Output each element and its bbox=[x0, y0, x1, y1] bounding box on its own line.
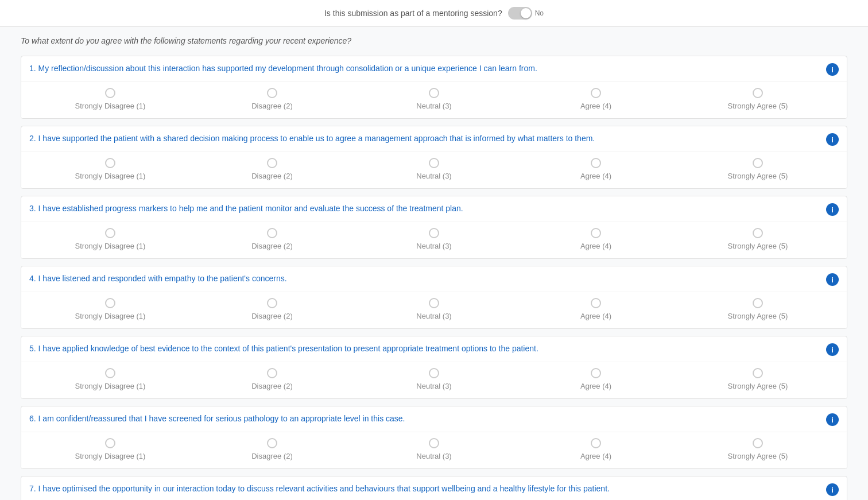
radio-6-2[interactable] bbox=[267, 438, 277, 448]
question-text-4: 4. I have listened and responded with em… bbox=[29, 273, 820, 285]
answer-option-6-1[interactable]: Strongly Disagree (1) bbox=[29, 438, 191, 460]
question-header-3: 3. I have established progress markers t… bbox=[21, 196, 847, 222]
question-header-2: 2. I have supported the patient with a s… bbox=[21, 126, 847, 152]
radio-4-5[interactable] bbox=[753, 298, 763, 308]
info-icon-3[interactable]: i bbox=[826, 203, 839, 216]
question-header-1: 1. My reflection/discussion about this i… bbox=[21, 56, 847, 82]
questions-container: 1. My reflection/discussion about this i… bbox=[21, 56, 847, 500]
answer-label-2-1: Strongly Disagree (1) bbox=[75, 172, 146, 180]
radio-1-2[interactable] bbox=[267, 88, 277, 98]
answer-option-5-3[interactable]: Neutral (3) bbox=[353, 368, 515, 390]
answer-option-1-2[interactable]: Disagree (2) bbox=[191, 88, 353, 110]
radio-3-5[interactable] bbox=[753, 228, 763, 238]
radio-2-5[interactable] bbox=[753, 158, 763, 168]
radio-3-4[interactable] bbox=[591, 228, 601, 238]
answer-row-3: Strongly Disagree (1)Disagree (2)Neutral… bbox=[21, 222, 847, 258]
info-icon-7[interactable]: i bbox=[826, 483, 839, 496]
radio-2-3[interactable] bbox=[429, 158, 439, 168]
answer-label-5-2: Disagree (2) bbox=[251, 382, 293, 390]
answer-option-4-5[interactable]: Strongly Agree (5) bbox=[677, 298, 839, 320]
radio-5-4[interactable] bbox=[591, 368, 601, 378]
answer-label-5-3: Neutral (3) bbox=[416, 382, 451, 390]
answer-row-2: Strongly Disagree (1)Disagree (2)Neutral… bbox=[21, 152, 847, 188]
question-header-4: 4. I have listened and responded with em… bbox=[21, 266, 847, 292]
info-icon-5[interactable]: i bbox=[826, 343, 839, 356]
answer-option-1-4[interactable]: Agree (4) bbox=[515, 88, 677, 110]
radio-2-4[interactable] bbox=[591, 158, 601, 168]
answer-option-6-4[interactable]: Agree (4) bbox=[515, 438, 677, 460]
toggle-text: No bbox=[535, 9, 544, 17]
answer-option-1-5[interactable]: Strongly Agree (5) bbox=[677, 88, 839, 110]
radio-1-3[interactable] bbox=[429, 88, 439, 98]
answer-label-1-1: Strongly Disagree (1) bbox=[75, 102, 146, 110]
answer-option-3-3[interactable]: Neutral (3) bbox=[353, 228, 515, 250]
answer-option-2-3[interactable]: Neutral (3) bbox=[353, 158, 515, 180]
question-header-6: 6. I am confident/reassured that I have … bbox=[21, 406, 847, 432]
info-icon-4[interactable]: i bbox=[826, 273, 839, 286]
answer-option-4-3[interactable]: Neutral (3) bbox=[353, 298, 515, 320]
answer-option-4-1[interactable]: Strongly Disagree (1) bbox=[29, 298, 191, 320]
answer-option-4-2[interactable]: Disagree (2) bbox=[191, 298, 353, 320]
answer-option-5-2[interactable]: Disagree (2) bbox=[191, 368, 353, 390]
answer-option-6-2[interactable]: Disagree (2) bbox=[191, 438, 353, 460]
radio-5-3[interactable] bbox=[429, 368, 439, 378]
mentoring-toggle[interactable] bbox=[508, 7, 532, 20]
radio-4-1[interactable] bbox=[105, 298, 115, 308]
top-bar: Is this submission as part of a mentorin… bbox=[0, 0, 868, 27]
question-text-5: 5. I have applied knowledge of best evid… bbox=[29, 343, 820, 355]
answer-label-4-1: Strongly Disagree (1) bbox=[75, 312, 146, 320]
answer-option-3-1[interactable]: Strongly Disagree (1) bbox=[29, 228, 191, 250]
radio-3-1[interactable] bbox=[105, 228, 115, 238]
answer-option-1-3[interactable]: Neutral (3) bbox=[353, 88, 515, 110]
radio-1-1[interactable] bbox=[105, 88, 115, 98]
question-text-6: 6. I am confident/reassured that I have … bbox=[29, 413, 820, 425]
answer-label-3-3: Neutral (3) bbox=[416, 242, 451, 250]
radio-2-1[interactable] bbox=[105, 158, 115, 168]
answer-option-3-4[interactable]: Agree (4) bbox=[515, 228, 677, 250]
toggle-container[interactable]: No bbox=[508, 7, 544, 20]
radio-4-2[interactable] bbox=[267, 298, 277, 308]
answer-option-4-4[interactable]: Agree (4) bbox=[515, 298, 677, 320]
radio-5-5[interactable] bbox=[753, 368, 763, 378]
radio-3-3[interactable] bbox=[429, 228, 439, 238]
radio-6-5[interactable] bbox=[753, 438, 763, 448]
radio-2-2[interactable] bbox=[267, 158, 277, 168]
answer-option-2-2[interactable]: Disagree (2) bbox=[191, 158, 353, 180]
answer-option-5-5[interactable]: Strongly Agree (5) bbox=[677, 368, 839, 390]
question-text-2: 2. I have supported the patient with a s… bbox=[29, 133, 820, 145]
question-block-5: 5. I have applied knowledge of best evid… bbox=[21, 336, 847, 399]
answer-option-2-5[interactable]: Strongly Agree (5) bbox=[677, 158, 839, 180]
question-text-1: 1. My reflection/discussion about this i… bbox=[29, 63, 820, 75]
radio-4-3[interactable] bbox=[429, 298, 439, 308]
answer-label-2-3: Neutral (3) bbox=[416, 172, 451, 180]
answer-label-6-5: Strongly Agree (5) bbox=[728, 452, 788, 460]
radio-6-1[interactable] bbox=[105, 438, 115, 448]
answer-option-6-3[interactable]: Neutral (3) bbox=[353, 438, 515, 460]
info-icon-2[interactable]: i bbox=[826, 133, 839, 146]
answer-option-1-1[interactable]: Strongly Disagree (1) bbox=[29, 88, 191, 110]
answer-option-6-5[interactable]: Strongly Agree (5) bbox=[677, 438, 839, 460]
radio-5-1[interactable] bbox=[105, 368, 115, 378]
radio-1-4[interactable] bbox=[591, 88, 601, 98]
radio-1-5[interactable] bbox=[753, 88, 763, 98]
answer-label-6-3: Neutral (3) bbox=[416, 452, 451, 460]
answer-label-3-1: Strongly Disagree (1) bbox=[75, 242, 146, 250]
answer-option-3-2[interactable]: Disagree (2) bbox=[191, 228, 353, 250]
answer-option-2-4[interactable]: Agree (4) bbox=[515, 158, 677, 180]
radio-6-4[interactable] bbox=[591, 438, 601, 448]
answer-option-5-1[interactable]: Strongly Disagree (1) bbox=[29, 368, 191, 390]
question-block-4: 4. I have listened and responded with em… bbox=[21, 266, 847, 329]
answer-option-2-1[interactable]: Strongly Disagree (1) bbox=[29, 158, 191, 180]
answer-row-4: Strongly Disagree (1)Disagree (2)Neutral… bbox=[21, 292, 847, 328]
answer-row-1: Strongly Disagree (1)Disagree (2)Neutral… bbox=[21, 82, 847, 118]
radio-3-2[interactable] bbox=[267, 228, 277, 238]
radio-6-3[interactable] bbox=[429, 438, 439, 448]
radio-5-2[interactable] bbox=[267, 368, 277, 378]
info-icon-1[interactable]: i bbox=[826, 63, 839, 76]
radio-4-4[interactable] bbox=[591, 298, 601, 308]
answer-option-5-4[interactable]: Agree (4) bbox=[515, 368, 677, 390]
info-icon-6[interactable]: i bbox=[826, 413, 839, 426]
page-content: To what extent do you agree with the fol… bbox=[9, 27, 859, 500]
answer-label-1-4: Agree (4) bbox=[580, 102, 611, 110]
answer-option-3-5[interactable]: Strongly Agree (5) bbox=[677, 228, 839, 250]
